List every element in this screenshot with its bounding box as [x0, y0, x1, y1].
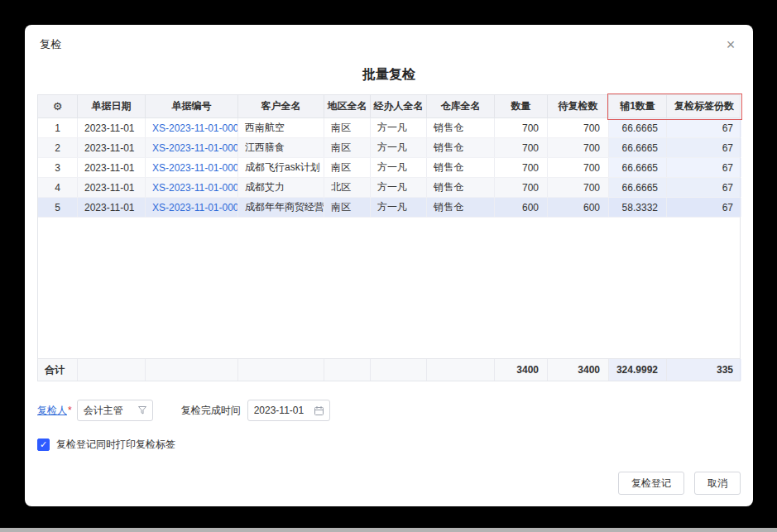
- inspector-label[interactable]: 复检人: [37, 404, 67, 418]
- total-qty: 3400: [495, 359, 548, 381]
- row-index: 5: [38, 198, 78, 217]
- row-index: 3: [38, 158, 78, 177]
- cell-label-copies[interactable]: 67: [667, 198, 741, 217]
- cell-warehouse: 销售仓: [427, 118, 495, 137]
- cancel-button[interactable]: 取消: [694, 472, 741, 495]
- cell-label-copies[interactable]: 67: [667, 158, 741, 177]
- cell-qty: 700: [495, 118, 548, 137]
- table-row[interactable]: 2 2023-11-01 XS-2023-11-01-00048 江西膳食 南区…: [38, 138, 740, 158]
- cell-label-copies[interactable]: 67: [667, 178, 741, 197]
- cell-handler: 方一凡: [371, 198, 427, 217]
- cell-aux1-qty[interactable]: 58.3332: [609, 198, 667, 217]
- print-label-checkbox[interactable]: ✓: [37, 439, 50, 451]
- total-label: 合计: [38, 359, 78, 381]
- cell-doc-date: 2023-11-01: [78, 178, 146, 197]
- total-empty: [371, 359, 427, 381]
- cell-pending-qty: 700: [548, 158, 609, 177]
- row-index: 4: [38, 178, 78, 197]
- cell-customer: 江西膳食: [238, 138, 324, 157]
- cell-warehouse: 销售仓: [427, 158, 495, 177]
- cell-doc-date: 2023-11-01: [78, 198, 146, 217]
- row-index: 2: [38, 138, 78, 157]
- cell-customer: 成都飞行ask计划: [238, 158, 324, 177]
- col-header-qty: 数量: [495, 95, 548, 117]
- col-header-pending-qty: 待复检数: [548, 95, 609, 117]
- modal-title: 复检: [40, 37, 61, 52]
- register-recheck-button[interactable]: 复检登记: [618, 472, 684, 495]
- cell-label-copies[interactable]: 67: [667, 138, 741, 157]
- total-empty: [427, 359, 495, 381]
- cell-region: 南区: [324, 198, 371, 217]
- cell-region: 南区: [324, 118, 371, 137]
- cell-qty: 700: [495, 178, 548, 197]
- cell-doc-date: 2023-11-01: [78, 158, 146, 177]
- completion-time-input[interactable]: 2023-11-01: [247, 400, 330, 421]
- row-index: 1: [38, 118, 78, 137]
- recheck-modal: 复检 × 批量复检 ⚙ 单据日期 单据编号 客户全名 地区全名 经办人全名 仓库…: [25, 25, 753, 506]
- table-row[interactable]: 4 2023-11-01 XS-2023-11-01-00050 成都艾力 北区…: [38, 178, 740, 198]
- col-header-doc-date: 单据日期: [78, 95, 146, 117]
- table-row[interactable]: 5 2023-11-01 XS-2023-11-01-00051 成都年年商贸经…: [38, 198, 740, 218]
- cell-aux1-qty[interactable]: 66.6665: [609, 138, 667, 157]
- cell-warehouse: 销售仓: [427, 138, 495, 157]
- print-label-checkbox-label: 复检登记同时打印复检标签: [56, 438, 175, 452]
- table-header-row: ⚙ 单据日期 单据编号 客户全名 地区全名 经办人全名 仓库全名 数量 待复检数…: [38, 95, 740, 118]
- doc-no-link[interactable]: XS-2023-11-01-00047: [146, 118, 238, 137]
- cell-pending-qty: 600: [548, 198, 609, 217]
- cell-handler: 方一凡: [371, 138, 427, 157]
- cell-label-copies[interactable]: 67: [667, 118, 741, 137]
- total-empty: [324, 359, 371, 381]
- col-header-doc-no: 单据编号: [146, 95, 238, 117]
- cell-warehouse: 销售仓: [427, 198, 495, 217]
- cell-qty: 700: [495, 158, 548, 177]
- cell-customer: 成都年年商贸经营部: [238, 198, 324, 217]
- cell-region: 南区: [324, 138, 371, 157]
- cell-handler: 方一凡: [371, 158, 427, 177]
- background-edge-strip: [0, 528, 777, 532]
- cell-handler: 方一凡: [371, 178, 427, 197]
- col-header-label-copies: 复检标签份数: [667, 95, 741, 117]
- doc-no-link[interactable]: XS-2023-11-01-00049: [146, 158, 238, 177]
- cell-pending-qty: 700: [548, 178, 609, 197]
- inspector-value: 会计主管: [84, 404, 123, 418]
- modal-header: 复检 ×: [25, 25, 753, 53]
- column-settings-gear-icon[interactable]: ⚙: [38, 95, 78, 117]
- doc-no-link[interactable]: XS-2023-11-01-00050: [146, 178, 238, 197]
- required-mark: *: [68, 405, 72, 416]
- cell-aux1-qty[interactable]: 66.6665: [609, 158, 667, 177]
- cell-doc-date: 2023-11-01: [78, 118, 146, 137]
- cell-qty: 700: [495, 138, 548, 157]
- completion-time-value: 2023-11-01: [254, 405, 305, 416]
- doc-no-link[interactable]: XS-2023-11-01-00051: [146, 198, 238, 217]
- cell-customer: 成都艾力: [238, 178, 324, 197]
- inspector-select[interactable]: 会计主管: [77, 400, 153, 421]
- cell-doc-date: 2023-11-01: [78, 138, 146, 157]
- col-header-customer: 客户全名: [238, 95, 324, 117]
- cell-aux1-qty[interactable]: 66.6665: [609, 178, 667, 197]
- cell-pending-qty: 700: [548, 138, 609, 157]
- cell-aux1-qty[interactable]: 66.6665: [609, 118, 667, 137]
- close-icon[interactable]: ×: [723, 38, 738, 51]
- table-row[interactable]: 1 2023-11-01 XS-2023-11-01-00047 西南航空 南区…: [38, 118, 740, 138]
- cell-region: 北区: [324, 178, 371, 197]
- print-label-option-row: ✓ 复检登记同时打印复检标签: [37, 438, 741, 452]
- batch-recheck-table: ⚙ 单据日期 单据编号 客户全名 地区全名 经办人全名 仓库全名 数量 待复检数…: [37, 94, 741, 381]
- cell-qty: 600: [495, 198, 548, 217]
- total-empty: [146, 359, 238, 381]
- doc-no-link[interactable]: XS-2023-11-01-00048: [146, 138, 238, 157]
- col-header-region: 地区全名: [324, 95, 371, 117]
- col-header-warehouse: 仓库全名: [427, 95, 495, 117]
- total-empty: [238, 359, 324, 381]
- table-body: 1 2023-11-01 XS-2023-11-01-00047 西南航空 南区…: [38, 118, 740, 218]
- filter-funnel-icon: [138, 406, 146, 415]
- total-empty: [78, 359, 146, 381]
- table-empty-area: [38, 218, 740, 358]
- total-row: 合计 3400 3400 324.9992 335: [38, 358, 740, 381]
- recheck-form-row: 复检人 * 会计主管 复检完成时间 2023-11-01: [37, 400, 741, 421]
- total-aux1-qty: 324.9992: [609, 359, 667, 381]
- calendar-icon: [314, 406, 324, 415]
- cell-region: 南区: [324, 158, 371, 177]
- check-icon: ✓: [40, 440, 47, 449]
- col-header-aux1-qty: 辅1数量: [609, 95, 667, 117]
- table-row[interactable]: 3 2023-11-01 XS-2023-11-01-00049 成都飞行ask…: [38, 158, 740, 178]
